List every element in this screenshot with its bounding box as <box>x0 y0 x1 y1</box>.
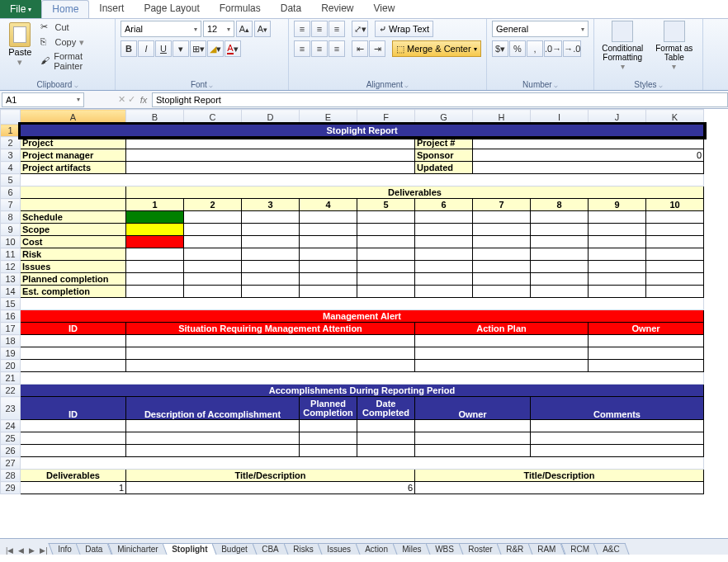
cell[interactable] <box>589 248 646 261</box>
cell[interactable] <box>126 273 184 286</box>
cell[interactable] <box>21 432 126 445</box>
paste-button[interactable]: Paste ▾ <box>5 21 35 72</box>
cell[interactable] <box>531 432 704 445</box>
cell[interactable] <box>531 261 589 273</box>
cell[interactable] <box>531 420 704 432</box>
cell[interactable] <box>415 224 473 236</box>
cell[interactable] <box>357 211 415 224</box>
cell[interactable] <box>126 347 415 360</box>
cell[interactable] <box>473 236 531 248</box>
font-size-select[interactable]: 12 <box>203 21 234 37</box>
cell[interactable] <box>126 286 184 298</box>
decrease-decimal-button[interactable]: →.0 <box>563 40 581 57</box>
cell[interactable] <box>473 137 704 149</box>
column-header[interactable]: J <box>589 110 646 125</box>
cell[interactable]: 7 <box>473 199 531 211</box>
number-format-select[interactable]: General <box>492 21 589 37</box>
cancel-icon[interactable]: ✕ <box>118 94 125 105</box>
increase-decimal-button[interactable]: .0→ <box>544 40 562 57</box>
cell[interactable] <box>357 224 415 236</box>
cell[interactable] <box>646 211 704 224</box>
ribbon-tab-data[interactable]: Data <box>271 0 311 18</box>
cell[interactable] <box>21 372 704 385</box>
row-header[interactable]: 2 <box>1 137 21 149</box>
column-header[interactable]: F <box>357 110 415 125</box>
cell[interactable] <box>473 286 531 298</box>
merge-center-button[interactable]: ⬚Merge & Center <box>392 40 481 57</box>
cell[interactable] <box>300 248 357 261</box>
cell[interactable] <box>531 224 589 236</box>
align-top-button[interactable]: ≡ <box>294 21 310 37</box>
ribbon-tab-view[interactable]: View <box>364 0 405 18</box>
cell[interactable] <box>646 248 704 261</box>
sheet-tab[interactable]: Issues <box>317 543 360 555</box>
cell[interactable]: Project # <box>415 137 473 149</box>
ribbon-tab-review[interactable]: Review <box>311 0 363 18</box>
comma-button[interactable]: , <box>527 40 543 57</box>
cell[interactable] <box>21 199 126 211</box>
column-header[interactable]: C <box>184 110 242 125</box>
formula-input[interactable]: Stoplight Report <box>152 92 728 107</box>
column-header[interactable]: G <box>415 110 473 125</box>
cell[interactable]: Est. completion <box>21 286 126 298</box>
cell[interactable] <box>531 211 589 224</box>
cell[interactable]: Project manager <box>21 149 126 162</box>
align-middle-button[interactable]: ≡ <box>311 21 328 37</box>
row-header[interactable]: 28 <box>1 470 21 482</box>
cell[interactable]: Updated <box>415 162 473 174</box>
cell[interactable]: Cost <box>21 236 126 248</box>
name-box[interactable]: A1 <box>2 92 84 107</box>
align-bottom-button[interactable]: ≡ <box>329 21 345 37</box>
cell[interactable] <box>415 248 473 261</box>
row-header[interactable]: 10 <box>1 236 21 248</box>
cell[interactable] <box>126 248 184 261</box>
cell[interactable] <box>242 273 300 286</box>
cell[interactable]: Deliverables <box>21 470 126 482</box>
cell[interactable] <box>357 248 415 261</box>
cell[interactable] <box>184 248 242 261</box>
row-header[interactable]: 13 <box>1 273 21 286</box>
cell[interactable] <box>126 420 300 432</box>
cell[interactable] <box>473 273 531 286</box>
cell[interactable] <box>21 360 126 372</box>
cell[interactable] <box>415 273 473 286</box>
cell[interactable]: 1 <box>126 199 184 211</box>
cell[interactable] <box>415 236 473 248</box>
row-header[interactable]: 16 <box>1 310 21 323</box>
cell[interactable] <box>126 211 184 224</box>
cell[interactable] <box>473 162 704 174</box>
cell[interactable]: 1 <box>21 482 126 494</box>
align-right-button[interactable]: ≡ <box>329 40 345 57</box>
row-header[interactable]: 29 <box>1 482 21 494</box>
cell[interactable]: 4 <box>300 199 357 211</box>
column-header[interactable]: E <box>300 110 357 125</box>
cell[interactable] <box>589 224 646 236</box>
row-header[interactable]: 24 <box>1 420 21 432</box>
cell[interactable] <box>415 211 473 224</box>
cell[interactable] <box>646 273 704 286</box>
align-left-button[interactable]: ≡ <box>294 40 310 57</box>
enter-icon[interactable]: ✓ <box>128 94 135 105</box>
column-header[interactable]: A <box>21 110 126 125</box>
tab-nav-first[interactable]: |◀ <box>3 546 16 555</box>
shrink-font-button[interactable]: A▾ <box>254 21 271 37</box>
cell[interactable] <box>589 335 704 347</box>
cell[interactable] <box>473 261 531 273</box>
row-header[interactable]: 1 <box>1 125 21 137</box>
cell[interactable] <box>473 224 531 236</box>
sheet-tab[interactable]: Risks <box>283 543 323 555</box>
cell[interactable]: Title/Description <box>415 470 704 482</box>
wrap-text-button[interactable]: ⤶Wrap Text <box>375 21 433 37</box>
cell[interactable] <box>589 261 646 273</box>
tab-nav-prev[interactable]: ◀ <box>16 546 26 555</box>
cell[interactable] <box>589 273 646 286</box>
grow-font-button[interactable]: A▴ <box>236 21 253 37</box>
cell[interactable]: 3 <box>242 199 300 211</box>
cell[interactable] <box>531 286 589 298</box>
cell[interactable] <box>184 236 242 248</box>
cell[interactable] <box>415 261 473 273</box>
cell[interactable] <box>415 347 589 360</box>
cell[interactable] <box>126 137 415 149</box>
row-header[interactable]: 22 <box>1 385 21 397</box>
cell[interactable]: 6 <box>126 482 415 494</box>
